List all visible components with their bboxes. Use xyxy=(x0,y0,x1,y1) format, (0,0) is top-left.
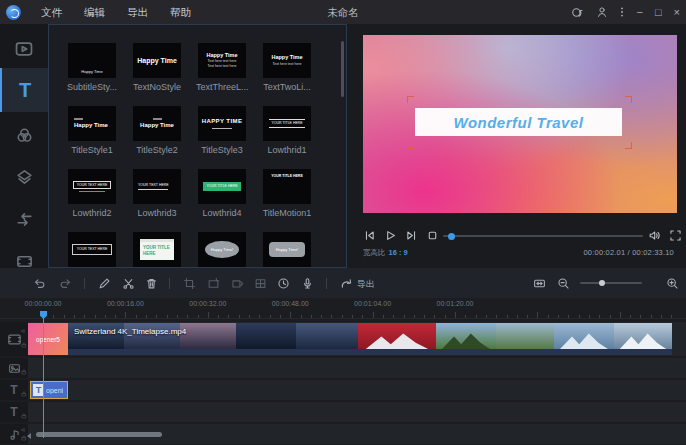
zoom-out-button[interactable] xyxy=(557,277,570,290)
export-button-label[interactable]: 导出 xyxy=(357,278,375,291)
stop-button[interactable] xyxy=(426,229,439,242)
template-item[interactable]: Happy TimeTitleStyle1 xyxy=(68,106,116,169)
text-clip[interactable]: T openi xyxy=(30,381,68,399)
ruler-tick xyxy=(496,315,497,318)
close-button[interactable]: × xyxy=(674,0,680,24)
ruler-tick xyxy=(640,315,641,318)
minimize-button[interactable]: − xyxy=(636,0,642,24)
seek-slider-handle[interactable] xyxy=(448,233,455,240)
selection-handle-icon[interactable] xyxy=(625,142,632,149)
template-item[interactable]: Happy TimeText here text hereText here t… xyxy=(198,43,246,106)
sidebar-item-media[interactable] xyxy=(0,30,48,68)
opener-clip[interactable]: opener5 xyxy=(28,323,68,355)
zoom-in-button[interactable] xyxy=(666,277,679,290)
track-lock-icon[interactable] xyxy=(21,413,27,419)
track-lock-icon[interactable] xyxy=(21,342,27,348)
selection-handle-icon[interactable] xyxy=(407,142,414,149)
menu-file[interactable]: 文件 xyxy=(30,0,73,24)
playhead[interactable] xyxy=(43,312,44,438)
timeline-zoom-slider-handle[interactable] xyxy=(599,280,605,286)
video-lane[interactable]: opener5 Switzerland 4K_Timelapse.mp4 xyxy=(28,322,686,356)
titlebar: 文件 编辑 导出 帮助 未命名 − □ × xyxy=(0,0,686,24)
timeline-ruler[interactable]: 00:00:00.0000:00:16.0000:00:32.0000:00:4… xyxy=(0,298,686,319)
duration-button[interactable] xyxy=(277,277,290,290)
fit-timeline-button[interactable] xyxy=(533,277,546,290)
video-track-header[interactable] xyxy=(0,322,28,356)
menu-export[interactable]: 导出 xyxy=(116,0,159,24)
voiceover-button[interactable] xyxy=(301,277,314,290)
redo-button[interactable] xyxy=(59,277,72,290)
selection-handle-icon[interactable] xyxy=(407,96,414,103)
divider xyxy=(169,278,170,289)
overlay-lane[interactable] xyxy=(28,358,686,378)
play-button[interactable] xyxy=(384,229,397,242)
more-menu-icon[interactable] xyxy=(620,6,624,18)
speed-button[interactable] xyxy=(231,277,244,290)
timeline-horizontal-scrollbar[interactable] xyxy=(36,432,162,437)
music-track-header[interactable] xyxy=(0,424,28,444)
template-thumbnail: Happy Time xyxy=(68,106,116,141)
maximize-button[interactable]: □ xyxy=(655,0,662,24)
aspect-ratio[interactable]: 宽高比16 : 9 xyxy=(363,248,408,258)
ruler-tick xyxy=(352,315,353,318)
template-item[interactable]: Happy TimeSubtitleSty... xyxy=(68,43,116,106)
freeze-frame-button[interactable] xyxy=(207,277,220,290)
sidebar-item-text[interactable]: T xyxy=(0,68,48,112)
split-button[interactable] xyxy=(122,277,135,290)
template-item[interactable]: HAPPY TIMETitleStyle3 xyxy=(198,106,246,169)
timeline-zoom-slider[interactable] xyxy=(580,282,642,284)
text-track-2-header[interactable]: T xyxy=(0,402,28,422)
selection-handle-icon[interactable] xyxy=(625,96,632,103)
crop-button[interactable] xyxy=(183,277,196,290)
template-item[interactable]: YOUR TEXT HERELowthrid2 xyxy=(68,169,116,232)
aspect-ratio-value: 16 : 9 xyxy=(389,248,408,257)
edit-button[interactable] xyxy=(98,277,111,290)
menu-edit[interactable]: 编辑 xyxy=(73,0,116,24)
fullscreen-icon[interactable] xyxy=(669,229,682,242)
template-item[interactable]: YOUR TITLE HERETitleMotion1 xyxy=(263,169,311,232)
template-item[interactable]: Happy Time! xyxy=(198,232,246,267)
template-item[interactable]: YOUR TEXT HERELowthrid3 xyxy=(133,169,181,232)
template-item[interactable]: YOUR TITLE HERELowthrid4 xyxy=(198,169,246,232)
track-lock-icon[interactable] xyxy=(21,391,27,397)
transport-controls xyxy=(347,228,686,244)
track-lock-icon[interactable] xyxy=(21,369,27,375)
template-item[interactable]: YOUR TITLE HERELowthrid1 xyxy=(263,106,311,169)
export-button-icon[interactable] xyxy=(340,277,353,290)
sidebar-item-filters[interactable] xyxy=(0,116,48,154)
scroll-left-arrow-icon[interactable] xyxy=(27,433,31,439)
text-lane-2[interactable] xyxy=(28,402,686,422)
template-item[interactable]: Happy Time! xyxy=(263,232,311,267)
ruler-tick xyxy=(208,312,209,318)
sync-icon[interactable] xyxy=(571,6,584,19)
text-track-1-header[interactable]: T xyxy=(0,380,28,400)
template-item[interactable]: Happy TimeText here text hereTextTwoLi..… xyxy=(263,43,311,106)
text-overlay-banner[interactable]: Wonderful Travel xyxy=(415,108,622,136)
overlay-track-header[interactable] xyxy=(0,358,28,378)
undo-button[interactable] xyxy=(33,277,46,290)
previous-frame-button[interactable] xyxy=(363,229,376,242)
template-scrollbar[interactable] xyxy=(341,41,344,97)
preview-video-frame[interactable]: Wonderful Travel xyxy=(363,35,677,213)
sidebar-item-overlays[interactable] xyxy=(0,158,48,196)
template-item[interactable]: YOUR TEXT HERE xyxy=(68,232,116,267)
video-clip[interactable]: Switzerland 4K_Timelapse.mp4 xyxy=(68,323,672,355)
text-track-1: T T openi xyxy=(0,380,686,400)
track-mute-icon[interactable] xyxy=(21,328,27,334)
mosaic-button[interactable] xyxy=(254,277,267,290)
sidebar-item-transitions[interactable] xyxy=(0,200,48,238)
overlay-text: Wonderful Travel xyxy=(454,114,584,131)
delete-button[interactable] xyxy=(145,277,158,290)
template-item[interactable]: Happy TimeTitleStyle2 xyxy=(133,106,181,169)
volume-icon[interactable] xyxy=(648,229,661,242)
menu-help[interactable]: 帮助 xyxy=(159,0,202,24)
seek-slider[interactable] xyxy=(443,235,643,237)
template-item[interactable]: Happy TimeTextNoStyle xyxy=(133,43,181,106)
text-lane-1[interactable]: T openi xyxy=(28,380,686,400)
text-track-icon: T xyxy=(10,406,17,418)
text-clip-label: openi xyxy=(46,387,63,394)
video-track-icon xyxy=(7,332,22,347)
next-frame-button[interactable] xyxy=(405,229,418,242)
user-icon[interactable] xyxy=(596,6,608,18)
template-item[interactable]: YOUR TITLE HERE xyxy=(133,232,181,267)
